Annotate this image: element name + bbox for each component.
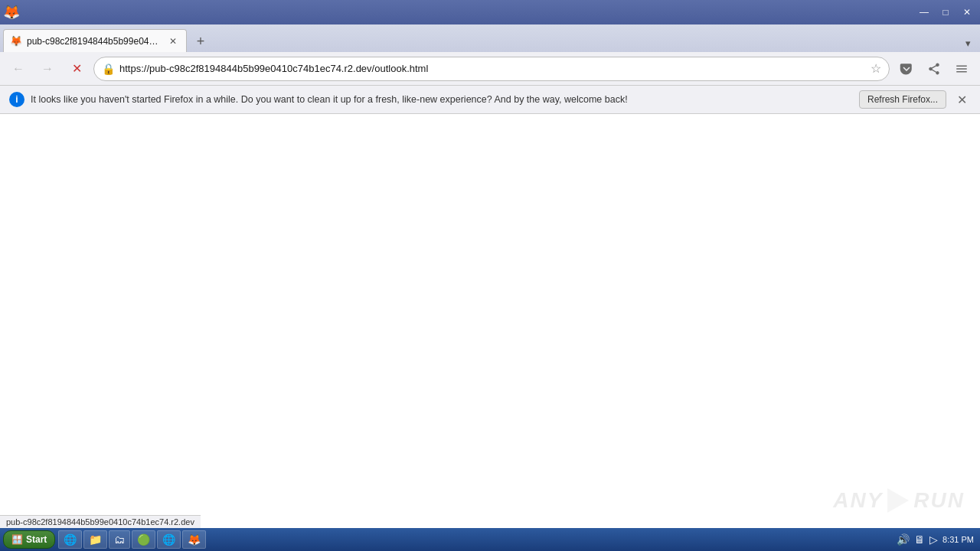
title-bar-left: 🦊 xyxy=(3,4,914,21)
close-button[interactable]: ✕ xyxy=(957,2,977,22)
title-bar: 🦊 — □ ✕ xyxy=(0,0,980,24)
minimize-button[interactable]: — xyxy=(914,2,934,22)
refresh-firefox-button[interactable]: Refresh Firefox... xyxy=(859,90,946,109)
tab-bar: 🦊 pub-c98c2f8194844b5b99e0410c... ✕ + ▾ xyxy=(0,24,980,52)
start-label: Start xyxy=(26,534,47,545)
taskbar-right: 🔊 🖥 ▷ 8:31 PM xyxy=(897,533,977,546)
connection-icon: 🔒 xyxy=(102,63,115,75)
network-icon[interactable]: 🖥 xyxy=(914,533,925,546)
anyrun-icon: ▷ xyxy=(929,533,938,546)
nav-right-buttons xyxy=(894,57,974,81)
taskbar-item-explorer[interactable]: 📁 xyxy=(83,530,107,549)
firefox-taskbar-icon: 🦊 xyxy=(188,533,201,546)
nav-bar: ← → ✕ 🔒 ☆ xyxy=(0,52,980,86)
taskbar-item-firefox[interactable]: 🦊 xyxy=(182,530,206,549)
page-content xyxy=(0,114,980,529)
maximize-button[interactable]: □ xyxy=(936,2,956,22)
forward-button[interactable]: → xyxy=(35,57,60,81)
status-url: pub-c98c2f8194844b5b99e0410c74b1ec74.r2.… xyxy=(6,517,194,527)
notification-bar: i It looks like you haven't started Fire… xyxy=(0,86,980,114)
explorer-icon: 📁 xyxy=(89,533,102,546)
back-button[interactable]: ← xyxy=(6,57,31,81)
tab-list-button[interactable]: ▾ xyxy=(959,34,977,52)
address-input[interactable] xyxy=(119,63,866,74)
taskbar-item-chrome[interactable]: 🌐 xyxy=(157,530,181,549)
tab-close-button[interactable]: ✕ xyxy=(166,34,180,48)
notification-message: It looks like you haven't started Firefo… xyxy=(31,94,853,105)
address-bar[interactable]: 🔒 ☆ xyxy=(93,57,890,81)
menu-button[interactable] xyxy=(949,57,974,81)
new-tab-button[interactable]: + xyxy=(190,31,211,52)
firefox-logo-icon: 🦊 xyxy=(3,4,20,21)
taskbar-item-folder[interactable]: 🗂 xyxy=(109,530,130,549)
taskbar-item-ie[interactable]: 🌐 xyxy=(58,530,82,549)
volume-icon[interactable]: 🔊 xyxy=(897,533,910,546)
folder-icon: 🗂 xyxy=(114,533,125,546)
share-button[interactable] xyxy=(922,57,946,81)
taskbar-item-anydesk[interactable]: 🟢 xyxy=(132,530,155,549)
tab-title: pub-c98c2f8194844b5b99e0410c... xyxy=(27,36,162,47)
tab-favicon-icon: 🦊 xyxy=(10,35,22,47)
status-bar: pub-c98c2f8194844b5b99e0410c74b1ec74.r2.… xyxy=(0,515,201,528)
start-button[interactable]: 🪟 Start xyxy=(3,530,55,549)
browser-tab[interactable]: 🦊 pub-c98c2f8194844b5b99e0410c... ✕ xyxy=(3,29,187,52)
bookmark-icon[interactable]: ☆ xyxy=(871,61,881,76)
stop-button[interactable]: ✕ xyxy=(64,57,89,81)
clock-time: 8:31 PM xyxy=(942,534,974,545)
chrome-icon: 🌐 xyxy=(162,533,175,546)
taskbar-items: 🌐 📁 🗂 🟢 🌐 🦊 xyxy=(55,530,897,549)
start-icon: 🪟 xyxy=(11,534,23,545)
taskbar: 🪟 Start 🌐 📁 🗂 🟢 🌐 🦊 🔊 🖥 ▷ 8:31 PM xyxy=(0,528,980,551)
system-clock[interactable]: 8:31 PM xyxy=(942,534,974,545)
anydesk-icon: 🟢 xyxy=(137,533,150,546)
info-icon: i xyxy=(9,92,24,107)
ie-icon: 🌐 xyxy=(64,533,77,546)
notification-close-button[interactable]: ✕ xyxy=(952,90,971,109)
pocket-button[interactable] xyxy=(894,57,919,81)
window-controls: — □ ✕ xyxy=(914,2,977,22)
